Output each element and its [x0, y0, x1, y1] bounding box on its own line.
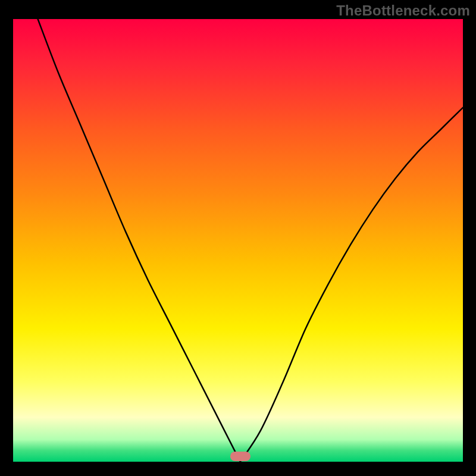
gradient-background [13, 19, 463, 462]
chart-frame: TheBottleneck.com [0, 0, 476, 476]
optimal-marker [230, 452, 250, 461]
attribution-label: TheBottleneck.com [336, 2, 470, 19]
gradient-plot [13, 19, 463, 462]
plot-area [13, 19, 463, 462]
